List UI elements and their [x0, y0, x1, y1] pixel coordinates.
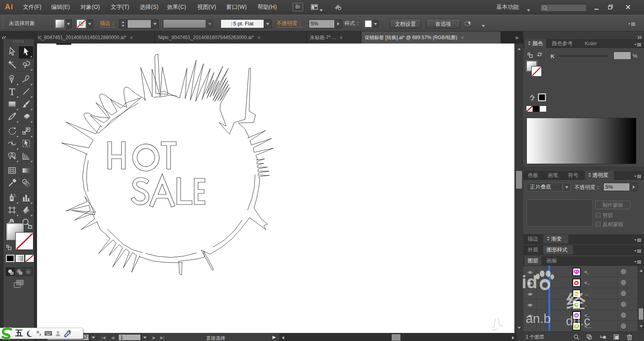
gradient-button[interactable]: [15, 254, 25, 262]
color-button[interactable]: [6, 254, 15, 262]
layer-thumbnail[interactable]: [572, 289, 581, 298]
tab-symbols[interactable]: 符号: [565, 171, 582, 180]
tab-graphic-styles[interactable]: 图形样式: [543, 245, 573, 254]
scroll-up-icon[interactable]: [517, 45, 521, 52]
menu-file[interactable]: 文件(F): [23, 4, 41, 11]
width-tool[interactable]: [5, 138, 19, 150]
none-swatch[interactable]: [526, 106, 533, 112]
vertical-scroll-thumb[interactable]: [516, 171, 522, 189]
stroke-width-input[interactable]: [127, 19, 151, 28]
ime-settings-wrench-icon[interactable]: [64, 330, 71, 337]
window-restore-button[interactable]: [608, 4, 613, 11]
locate-object-icon[interactable]: [573, 334, 580, 341]
k-value-input[interactable]: [613, 52, 631, 60]
menu-view[interactable]: 视图(V): [197, 4, 216, 11]
screen-mode-button[interactable]: [12, 279, 26, 289]
tab-layers[interactable]: 图层: [524, 256, 541, 265]
stroke-color-proxy[interactable]: [15, 232, 33, 250]
delete-layer-icon[interactable]: [626, 334, 633, 341]
layer-visibility-icon[interactable]: [527, 291, 533, 298]
direct-selection-tool[interactable]: [19, 46, 33, 58]
blend-tool[interactable]: [19, 178, 33, 190]
appearance-panel-menu-icon[interactable]: [634, 248, 642, 255]
paintbrush-tool[interactable]: [19, 99, 33, 111]
layers-scroll-down-icon[interactable]: [639, 322, 643, 330]
panel-opacity-input[interactable]: 5%: [603, 183, 630, 191]
scroll-right-icon[interactable]: [511, 335, 515, 341]
layer-name[interactable]: ..: [584, 302, 587, 308]
layer-thumbnail[interactable]: [572, 268, 581, 276]
black-swatch[interactable]: [538, 94, 546, 101]
tab-close-icon[interactable]: ×: [340, 35, 343, 41]
layers-scrollbar[interactable]: [638, 266, 644, 331]
layer-row[interactable]: <..: [524, 277, 638, 288]
layer-target-icon[interactable]: [621, 269, 626, 276]
layer-target-icon[interactable]: [621, 301, 626, 309]
layer-row[interactable]: <.: [524, 266, 638, 277]
style-dropdown[interactable]: [372, 20, 379, 27]
artboard-input[interactable]: 1: [118, 334, 141, 341]
rotate-tool[interactable]: [5, 126, 19, 138]
layer-visibility-icon[interactable]: [527, 280, 533, 287]
menu-window[interactable]: 窗口(W): [226, 4, 247, 11]
tab-brushes[interactable]: 画笔: [545, 171, 562, 180]
spectrum-white-swatch[interactable]: [540, 106, 547, 112]
bridge-button[interactable]: Br: [293, 3, 303, 11]
tab-kuler[interactable]: Kuler: [582, 39, 604, 48]
layer-name[interactable]: <...: [584, 324, 591, 329]
layer-target-icon[interactable]: [621, 280, 626, 287]
canvas[interactable]: HOT SALE: [37, 44, 514, 333]
column-graph-tool[interactable]: [19, 192, 33, 204]
layer-target-icon[interactable]: [621, 312, 626, 320]
document-tab[interactable]: 未标题-7* ...×: [307, 31, 361, 44]
tab-overflow-button[interactable]: »: [515, 34, 518, 41]
draw-normal-mode-button[interactable]: [6, 268, 15, 276]
window-minimize-button[interactable]: [594, 4, 599, 12]
layers-scroll-thumb[interactable]: [639, 308, 643, 320]
layer-thumbnail[interactable]: [572, 300, 581, 309]
tab-transparency[interactable]: 透明度: [585, 171, 614, 180]
tab-artboards[interactable]: 画板: [543, 256, 560, 265]
artboard-tool[interactable]: [5, 205, 19, 217]
layer-visibility-icon[interactable]: [527, 302, 533, 309]
layer-thumbnail[interactable]: [572, 279, 581, 287]
stroke-width-dropdown[interactable]: [151, 19, 159, 28]
gradient-tool[interactable]: [19, 165, 33, 177]
selection-tool[interactable]: [5, 46, 19, 58]
first-artboard-button[interactable]: |◀: [101, 335, 105, 340]
arrange-documents-icon[interactable]: [311, 4, 318, 12]
illustrator-logo[interactable]: Ai: [5, 2, 13, 11]
prev-artboard-button[interactable]: ◀: [111, 335, 114, 340]
variable-width-dropdown[interactable]: [206, 19, 213, 28]
scroll-left-icon[interactable]: [281, 335, 285, 341]
select-similar-icon[interactable]: [464, 20, 472, 27]
menu-object[interactable]: 对象(O): [80, 4, 100, 11]
perspective-grid-tool[interactable]: [19, 151, 33, 163]
last-artboard-button[interactable]: ▶|: [160, 335, 164, 340]
horizontal-scroll-thumb[interactable]: [392, 334, 400, 341]
tab-color-guide[interactable]: 颜色参考: [549, 39, 579, 48]
draw-behind-mode-button[interactable]: [15, 268, 24, 276]
next-artboard-button[interactable]: ▶: [153, 335, 156, 340]
free-transform-tool[interactable]: [19, 138, 33, 150]
vertical-scrollbar[interactable]: [514, 44, 523, 333]
horizontal-scrollbar[interactable]: [279, 333, 517, 341]
stroke-width-stepper[interactable]: [119, 19, 127, 28]
rectangle-tool[interactable]: [5, 99, 19, 111]
tab-close-icon[interactable]: ×: [130, 35, 133, 41]
blend-mode-caret-icon[interactable]: [563, 183, 571, 191]
tab-color[interactable]: 颜色: [524, 39, 546, 48]
workspace-switcher[interactable]: 基本功能: [496, 4, 519, 11]
mini-swap-icon[interactable]: [536, 51, 543, 59]
shape-builder-tool[interactable]: [5, 151, 19, 163]
mini-fill-stroke-icon[interactable]: [526, 52, 533, 60]
lasso-tool[interactable]: [19, 59, 33, 71]
brush-definition-input[interactable]: |5 pt. Flat: [221, 19, 264, 28]
ime-mode-indicator[interactable]: 五: [15, 328, 23, 339]
pen-tool[interactable]: [5, 74, 19, 86]
sogou-logo-icon[interactable]: [1, 327, 12, 339]
document-tab[interactable]: Nipic_8047451_20140816075445263000.ai*×: [155, 31, 307, 44]
gradient-panel-menu-icon[interactable]: [634, 237, 642, 244]
layer-row[interactable]: ...: [524, 288, 638, 299]
scroll-down-icon[interactable]: [517, 324, 521, 331]
